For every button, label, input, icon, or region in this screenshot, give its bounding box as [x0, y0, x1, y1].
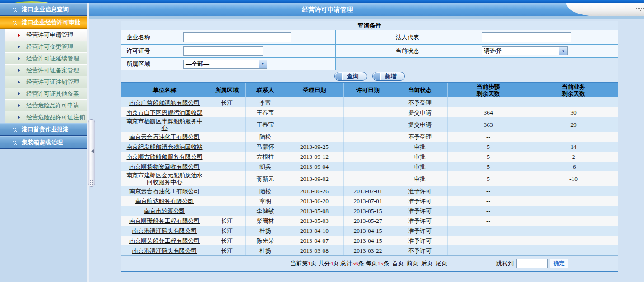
company-name-input[interactable]	[183, 32, 291, 42]
submenu-arrow-icon	[18, 116, 22, 119]
company-name-link[interactable]: 南京市轮渡公司	[144, 208, 185, 214]
table-row: 南京顺荣船务工程有限公司长江陈光荣2013-04-072013-04-15准予许…	[121, 236, 618, 245]
prev-page-link[interactable]: 前页	[407, 260, 418, 267]
column-header: 单位名称	[121, 83, 208, 97]
cell-biz-days: 29	[529, 117, 618, 132]
company-name-link[interactable]: 南京云合石油化工有限公司	[129, 188, 200, 194]
collapse-left-arrow-icon	[89, 149, 94, 153]
company-name-link[interactable]: 南京港清江码头有限公司	[132, 247, 197, 254]
sidebar-item-label: 经营许可证其他备案	[26, 90, 79, 98]
sidebar-item[interactable]: 集装箱超载治理	[0, 136, 87, 149]
cell-license	[343, 171, 392, 186]
company-name-link[interactable]: 南京市栖霞区丰辉船舶服务中心	[125, 118, 204, 131]
company-name-link[interactable]: 南京港清江码头有限公司	[132, 227, 197, 234]
cell-biz-days: -6	[529, 162, 618, 171]
status-select[interactable]: 请选择 ▼	[482, 46, 568, 55]
legal-person-input[interactable]	[482, 32, 571, 42]
next-page-link[interactable]: 后页	[421, 260, 433, 267]
menu-bullet-icon	[13, 7, 18, 12]
cell-step-days: 5	[447, 171, 529, 186]
company-name-link[interactable]: 南京广益船舶清舱有限公司	[129, 99, 200, 106]
cell-accept: 2013-05-03	[285, 216, 343, 226]
cell-biz-days	[529, 245, 618, 255]
submenu-arrow-icon	[18, 46, 22, 48]
sidebar-subitem[interactable]: 经营许可证延续管理	[5, 53, 87, 65]
chevron-down-icon: ▼	[559, 47, 567, 55]
cell-step-days: 364	[447, 107, 529, 117]
sidebar-subitem[interactable]: 经营许可证注销管理	[5, 76, 87, 88]
submenu-arrow-icon	[18, 69, 22, 72]
cell-company-name: 南京港清江码头有限公司	[121, 226, 208, 236]
sidebar-item-label: 经营许可证注销管理	[26, 78, 79, 86]
cell-license	[343, 142, 392, 152]
cell-region: 长江	[208, 245, 245, 255]
company-name-link[interactable]: 南京纪发船舶清仓残油回收站	[127, 143, 203, 150]
table-row: 南京市建邺区金元船舶废油水回收服务中心蒋新元2013-09-02审批5-10	[121, 171, 618, 186]
cell-contact: 章明	[245, 196, 285, 206]
sidebar-subitem[interactable]: 经营许可证备案管理	[5, 65, 87, 76]
first-page-link[interactable]: 首页	[392, 260, 404, 267]
region-select-value: —全部—	[184, 60, 259, 68]
splitter-grip-icon	[90, 180, 91, 181]
sidebar-subitem[interactable]: 经营危险品许可申请	[5, 100, 87, 111]
jump-page-input[interactable]	[516, 259, 548, 268]
submenu-arrow-icon	[18, 34, 22, 37]
last-page-link[interactable]: 尾页	[436, 260, 447, 267]
cell-status: 提交申请	[392, 107, 447, 117]
cell-region	[208, 117, 245, 132]
sidebar-item[interactable]: 港口企业信息查询	[0, 3, 87, 16]
cell-biz-days: -10	[529, 171, 618, 186]
cell-region	[208, 162, 245, 171]
company-name-link[interactable]: 南京航达船务有限公司	[135, 198, 194, 204]
sidebar-item-label: 港口企业经营许可审批	[22, 18, 80, 27]
submenu-arrow-icon	[18, 57, 22, 60]
pagination-text: 56	[353, 260, 358, 267]
company-name-link[interactable]: 南京顺荣船务工程有限公司	[129, 237, 200, 244]
sidebar-subitem[interactable]: 经营许可申请管理	[5, 29, 87, 41]
sidebar-item[interactable]: 港口企业经营许可审批	[0, 16, 87, 29]
cell-license: 2013-04-15	[343, 236, 392, 245]
sidebar-subitem[interactable]: 经营许可证其他备案	[5, 88, 87, 100]
cell-accept: 2013-04-07	[285, 236, 343, 245]
cell-region	[208, 152, 245, 162]
status-select-value: 请选择	[482, 47, 559, 55]
company-name-link[interactable]: 南京顺扬物资回收有限公司	[129, 163, 200, 170]
add-new-button[interactable]: 新增	[372, 72, 405, 81]
sidebar-item[interactable]: 港口普货作业报港	[0, 123, 87, 136]
sidebar-subitem[interactable]: 经营许可变更管理	[5, 41, 87, 53]
table-row: 南京航达船务有限公司章明2013-06-202013-07-01准予许可--	[121, 196, 618, 206]
license-no-input[interactable]	[183, 46, 263, 56]
cell-company-name: 南京航达船务有限公司	[121, 196, 208, 206]
submenu-arrow-icon	[18, 81, 22, 83]
region-select[interactable]: —全部— ▼	[183, 60, 267, 69]
cell-step-days: --	[447, 132, 529, 142]
column-header: 当前业务剩余天数	[529, 83, 618, 97]
company-name-link[interactable]: 南京云合石油化工有限公司	[129, 134, 200, 140]
table-row: 南京市栖霞区丰辉船舶服务中心王春宝提交申请36329	[121, 117, 618, 132]
cell-step-days: --	[447, 216, 529, 226]
query-form-row-1: 企业名称 法人代表	[121, 30, 618, 44]
cell-step-days: 5	[447, 162, 529, 171]
query-and-results-panel: 查询条件 企业名称 法人代表 许可证号 当前状态 请	[121, 21, 618, 272]
company-name-link[interactable]: 南京顺珊船务工程有限公司	[129, 217, 200, 224]
current-status-label: 当前状态	[335, 44, 479, 57]
search-button[interactable]: 查询	[334, 72, 367, 81]
sidebar-subitem[interactable]: 经营危险品许可证注销	[5, 111, 87, 123]
cell-contact: 杜扬	[245, 245, 285, 255]
sidebar-collapse-splitter[interactable]	[88, 119, 95, 187]
cell-accept: 2013-09-04	[285, 162, 343, 171]
table-row: 南京港清江码头有限公司长江杜扬2013-03-082013-03-22不予许可-…	[121, 245, 618, 255]
window-grip-icon	[636, 8, 637, 9]
cell-company-name: 南京云合石油化工有限公司	[121, 132, 208, 142]
company-name-link[interactable]: 南京市白下区恩赐污油回收部	[127, 109, 203, 116]
cell-biz-days	[529, 196, 618, 206]
confirm-button[interactable]: 确定	[550, 259, 568, 268]
cell-step-days: --	[447, 186, 529, 196]
company-name-link[interactable]: 南京市建邺区金元船舶废油水回收服务中心	[125, 172, 204, 185]
cell-accept	[285, 97, 343, 107]
page-title: 经营许可申请管理	[89, 3, 566, 16]
table-row: 南京港清江码头有限公司长江杜扬2013-04-102013-04-15准予许可-…	[121, 226, 618, 236]
company-name-link[interactable]: 南京顺方欣船舶服务有限公司	[127, 153, 203, 160]
sidebar-item-label: 经营许可申请管理	[26, 31, 73, 39]
table-row: 南京市白下区恩赐污油回收部王春宝提交申请36430	[121, 107, 618, 117]
